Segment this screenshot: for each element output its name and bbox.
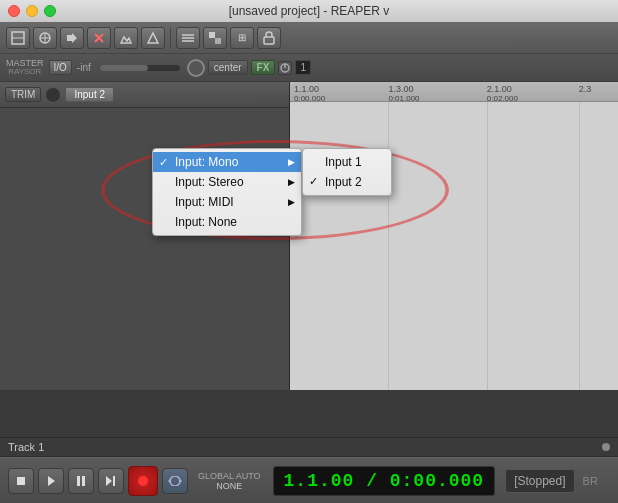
svg-rect-9 <box>209 32 215 38</box>
center-button[interactable]: center <box>208 60 248 75</box>
time-marker-1: 1.3.00 0:01.000 <box>388 84 419 103</box>
io-button[interactable]: I/O <box>49 60 72 75</box>
main-toolbar: ⊞ <box>0 22 618 54</box>
pause-button[interactable] <box>68 468 94 494</box>
time-marker-2: 2.1.00 0:02.000 <box>487 84 518 103</box>
track-number: 1 <box>295 60 311 75</box>
svg-rect-10 <box>215 38 221 44</box>
svg-point-20 <box>138 476 148 486</box>
time-marker-3: 2.3 <box>579 84 592 94</box>
track-label-bar: Track 1 <box>0 437 618 457</box>
time-marker-0: 1.1.00 0:00.000 <box>294 84 325 103</box>
grid-line-2 <box>487 102 488 390</box>
menu-item-input-midi[interactable]: Input: MIDI <box>153 192 301 212</box>
toolbar-btn-1[interactable] <box>6 27 30 49</box>
toolbar-btn-6[interactable] <box>141 27 165 49</box>
track-input-button[interactable]: Input 2 <box>65 87 114 102</box>
svg-marker-22 <box>168 478 171 484</box>
vol-db: -inf <box>75 62 93 73</box>
minimize-button[interactable] <box>26 5 38 17</box>
global-auto-label: GLOBAL AUTO <box>198 471 261 481</box>
toolbar-btn-9[interactable]: ⊞ <box>230 27 254 49</box>
svg-rect-17 <box>82 476 85 486</box>
br-label: BR <box>583 475 598 487</box>
svg-marker-15 <box>48 476 55 486</box>
toolbar-btn-5[interactable] <box>114 27 138 49</box>
trim-button[interactable]: TRIM <box>5 87 41 102</box>
toolbar-separator-1 <box>170 28 171 48</box>
menu-item-input-mono[interactable]: ✓ Input: Mono <box>153 152 301 172</box>
input-submenu: Input 1 Input 2 <box>302 148 392 196</box>
skip-forward-button[interactable] <box>98 468 124 494</box>
svg-marker-5 <box>148 33 158 43</box>
volume-knob[interactable] <box>187 59 205 77</box>
toolbar-btn-lock[interactable] <box>257 27 281 49</box>
global-auto-value: NONE <box>216 481 242 491</box>
menu-item-input-stereo[interactable]: Input: Stereo <box>153 172 301 192</box>
secondary-toolbar: MASTER RAYSOR I/O -inf center FX 1 <box>0 54 618 82</box>
track-label: Track 1 <box>8 441 44 453</box>
context-menu-container: ✓ Input: Mono Input: Stereo Input: MIDI … <box>152 148 302 236</box>
window-title: [unsaved project] - REAPER v <box>229 4 390 18</box>
track-header-row: TRIM Input 2 <box>0 82 289 108</box>
loop-button[interactable] <box>162 468 188 494</box>
input-menu: ✓ Input: Mono Input: Stereo Input: MIDI … <box>152 148 302 236</box>
record-button[interactable] <box>128 466 158 496</box>
track-toggle[interactable] <box>45 87 61 103</box>
time-display: 1.1.00 / 0:00.000 <box>273 466 496 496</box>
svg-rect-11 <box>264 37 274 44</box>
power-button[interactable] <box>278 61 292 75</box>
arrangement-track-area[interactable] <box>290 102 618 390</box>
submenu-item-input2[interactable]: Input 2 <box>303 172 391 192</box>
close-button[interactable] <box>8 5 20 17</box>
toolbar-btn-4[interactable] <box>87 27 111 49</box>
maximize-button[interactable] <box>44 5 56 17</box>
svg-rect-19 <box>113 476 115 486</box>
grid-line-3 <box>579 102 580 390</box>
raysor-label: RAYSOR <box>8 68 41 76</box>
grid-line-1 <box>388 102 389 390</box>
track-controls-panel: TRIM Input 2 <box>0 82 290 390</box>
main-content: TRIM Input 2 1.1.00 0:00.000 1.3.00 0:01… <box>0 82 618 390</box>
svg-marker-18 <box>106 476 112 486</box>
volume-slider[interactable] <box>100 65 180 71</box>
svg-rect-16 <box>77 476 80 486</box>
global-auto: GLOBAL AUTO NONE <box>198 471 261 491</box>
checkmark-icon: ✓ <box>159 156 168 169</box>
stop-button[interactable] <box>8 468 34 494</box>
play-button[interactable] <box>38 468 64 494</box>
scroll-indicator[interactable] <box>602 443 610 451</box>
toolbar-btn-7[interactable] <box>176 27 200 49</box>
svg-rect-14 <box>17 477 25 485</box>
traffic-lights <box>8 5 56 17</box>
fx-button[interactable]: FX <box>251 60 276 75</box>
toolbar-btn-3[interactable] <box>60 27 84 49</box>
menu-item-input-none[interactable]: Input: None <box>153 212 301 232</box>
submenu-item-input1[interactable]: Input 1 <box>303 152 391 172</box>
transport-bar: GLOBAL AUTO NONE 1.1.00 / 0:00.000 [Stop… <box>0 457 618 503</box>
timeline-ruler: 1.1.00 0:00.000 1.3.00 0:01.000 2.1.00 0… <box>290 82 618 102</box>
toolbar-btn-8[interactable] <box>203 27 227 49</box>
status-badge: [Stopped] <box>505 469 574 493</box>
svg-marker-21 <box>179 478 182 484</box>
toolbar-btn-2[interactable] <box>33 27 57 49</box>
titlebar: [unsaved project] - REAPER v <box>0 0 618 22</box>
arrangement-view: 1.1.00 0:00.000 1.3.00 0:01.000 2.1.00 0… <box>290 82 618 390</box>
